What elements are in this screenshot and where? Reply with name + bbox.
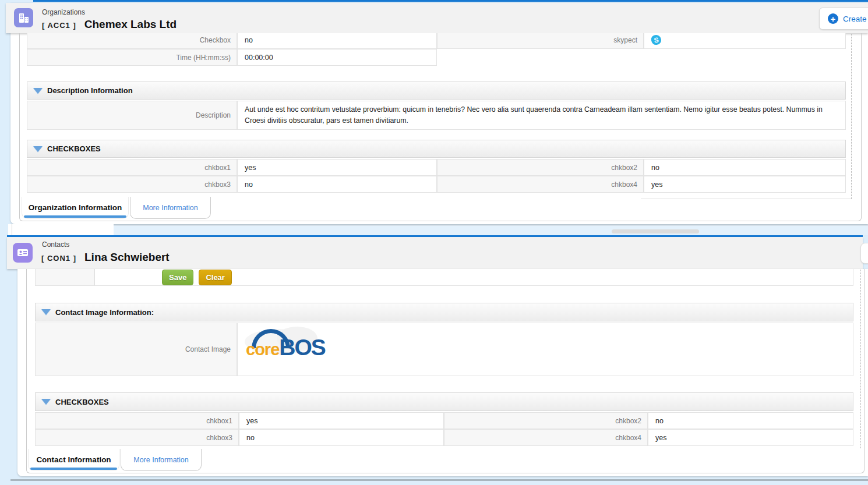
contact-record-name: Lina Schwiebert bbox=[84, 251, 170, 264]
field-value: yes bbox=[644, 176, 846, 193]
field-label: chkbox1 bbox=[27, 159, 237, 176]
field-value-skype: S bbox=[644, 33, 846, 49]
org-checkboxes-section: CHECKBOXES chkbox1 yes chkbox2 no chkbox… bbox=[27, 140, 846, 193]
checkboxes-section-header: CHECKBOXES bbox=[27, 140, 846, 158]
section-title: CHECKBOXES bbox=[47, 144, 101, 153]
contact-actions-row: Save Clear bbox=[35, 269, 853, 286]
contact-record-code: [ CON1 ] bbox=[41, 254, 76, 263]
field-value: no bbox=[237, 33, 437, 49]
checkboxes-section-header: CHECKBOXES bbox=[35, 392, 853, 411]
divider bbox=[12, 224, 12, 235]
field-value: no bbox=[644, 159, 846, 176]
tab-organization-information[interactable]: Organization Information bbox=[22, 197, 129, 219]
collapse-triangle-icon[interactable] bbox=[41, 399, 51, 405]
field-label: chkbox1 bbox=[35, 412, 239, 429]
partial-button[interactable] bbox=[860, 243, 868, 264]
org-record-name: Chemex Labs Ltd bbox=[84, 18, 177, 31]
organizations-module-icon bbox=[14, 8, 33, 27]
collapse-triangle-icon[interactable] bbox=[33, 88, 43, 94]
field-value: yes bbox=[648, 429, 853, 446]
screen: Organizations [ ACC1 ] Chemex Labs Ltd +… bbox=[0, 0, 868, 485]
skype-icon[interactable]: S bbox=[651, 34, 662, 45]
contact-module-label: Contacts bbox=[42, 240, 69, 249]
tab-label: Organization Information bbox=[29, 203, 122, 212]
panel-gap-strip bbox=[8, 224, 114, 235]
org-panel-header: Organizations [ ACC1 ] Chemex Labs Ltd +… bbox=[6, 3, 868, 33]
save-button[interactable]: Save bbox=[162, 270, 193, 285]
org-top-fields: Checkbox no skypect S Time (HH:mm:ss) 00… bbox=[27, 33, 846, 68]
tab-label: More Information bbox=[133, 456, 188, 464]
tab-contact-information[interactable]: Contact Information bbox=[28, 449, 119, 471]
tab-more-information[interactable]: More Information bbox=[130, 197, 211, 219]
plus-icon: + bbox=[828, 13, 838, 24]
bottom-divider bbox=[10, 479, 868, 481]
field-label: chkbox3 bbox=[35, 429, 239, 446]
org-record-code: [ ACC1 ] bbox=[42, 21, 76, 30]
field-label: chkbox4 bbox=[437, 176, 644, 193]
field-value: 00:00:00 bbox=[237, 49, 437, 66]
contact-tabs: Contact Information More Information bbox=[28, 449, 202, 471]
tab-label: More Information bbox=[143, 204, 197, 212]
field-label: chkbox2 bbox=[444, 412, 648, 429]
divider bbox=[641, 199, 852, 199]
org-dashed-column-divider bbox=[851, 34, 852, 199]
field-label: Contact Image bbox=[35, 323, 237, 376]
org-module-label: Organizations bbox=[42, 8, 85, 16]
org-tabs: Organization Information More Informatio… bbox=[22, 197, 211, 219]
section-title: CHECKBOXES bbox=[55, 398, 109, 406]
contact-image-section-header: Contact Image Information: bbox=[35, 303, 853, 321]
contact-checkboxes-section: CHECKBOXES chkbox1 yes chkbox2 no chkbox… bbox=[35, 392, 853, 446]
create-button-label: Create bbox=[843, 15, 867, 23]
clear-button[interactable]: Clear bbox=[199, 270, 232, 285]
tab-more-information[interactable]: More Information bbox=[121, 449, 202, 471]
field-value: no bbox=[237, 176, 437, 193]
horizontal-scrollbar-thumb[interactable] bbox=[612, 229, 699, 233]
field-label: Checkbox bbox=[27, 33, 237, 49]
section-title: Description Information bbox=[47, 86, 133, 95]
field-value: yes bbox=[237, 159, 437, 176]
contact-dashed-column-divider bbox=[860, 270, 861, 448]
org-panel-top-border bbox=[33, 0, 868, 2]
field-value: no bbox=[648, 412, 853, 429]
contact-image-section: Contact Image Information: Contact Image… bbox=[35, 303, 853, 376]
description-section-header: Description Information bbox=[27, 82, 846, 100]
field-label: chkbox3 bbox=[27, 176, 237, 193]
field-value: no bbox=[239, 429, 444, 446]
collapse-triangle-icon[interactable] bbox=[33, 146, 43, 152]
field-value: yes bbox=[239, 412, 444, 429]
logo-text-core: core bbox=[246, 340, 279, 359]
description-value: Aut unde est hoc contritum vetustate pro… bbox=[237, 101, 846, 130]
collapse-triangle-icon[interactable] bbox=[41, 309, 51, 315]
tab-label: Contact Information bbox=[36, 455, 111, 464]
field-label: Description bbox=[27, 101, 237, 130]
contact-panel-header: Contacts [ CON1 ] Lina Schwiebert bbox=[7, 237, 863, 269]
org-description-section: Description Information Description Aut … bbox=[27, 82, 846, 130]
contact-image: core BOS bbox=[245, 328, 326, 366]
contacts-module-icon bbox=[13, 243, 33, 263]
field-label: chkbox4 bbox=[444, 429, 648, 446]
field-label: chkbox2 bbox=[437, 159, 644, 176]
field-label: Time (HH:mm:ss) bbox=[27, 49, 237, 66]
logo-text-bos: BOS bbox=[279, 335, 325, 360]
field-label: skypect bbox=[437, 33, 644, 49]
horizontal-scrollbar[interactable] bbox=[114, 225, 868, 235]
create-button[interactable]: + Create bbox=[819, 8, 868, 30]
section-title: Contact Image Information: bbox=[55, 308, 154, 317]
